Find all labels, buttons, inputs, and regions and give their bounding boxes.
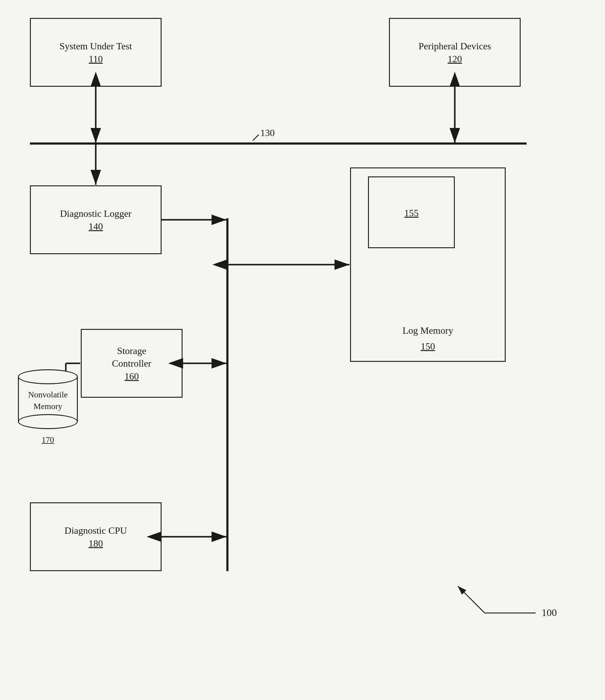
- peripheral-devices-label: Peripheral Devices: [418, 40, 491, 53]
- nvm-label: NonvolatileMemory: [28, 390, 68, 411]
- diagram: System Under Test 110 Peripheral Devices…: [0, 0, 605, 700]
- diagnostic-cpu-number: 180: [89, 538, 103, 549]
- system-under-test-number: 110: [89, 53, 103, 65]
- diagnostic-cpu-label: Diagnostic CPU: [65, 524, 127, 537]
- diagnostic-logger-box: Diagnostic Logger 140: [30, 185, 162, 254]
- log-memory-inner-number: 155: [404, 207, 418, 219]
- system-under-test-label: System Under Test: [59, 40, 132, 53]
- diagnostic-logger-label: Diagnostic Logger: [60, 207, 131, 220]
- storage-controller-number: 160: [124, 371, 139, 382]
- nonvolatile-memory-cylinder: NonvolatileMemory 170: [18, 368, 78, 428]
- diagnostic-cpu-box: Diagnostic CPU 180: [30, 502, 162, 571]
- storage-controller-box: Storage Controller 160: [81, 329, 183, 398]
- peripheral-devices-box: Peripheral Devices 120: [389, 18, 521, 87]
- nvm-number: 170: [42, 435, 54, 445]
- log-memory-number: 150: [351, 341, 505, 352]
- system-under-test-box: System Under Test 110: [30, 18, 162, 87]
- storage-controller-label: Storage Controller: [112, 345, 151, 370]
- ref-100-arrow: [458, 586, 485, 613]
- ref-100-label: 100: [541, 607, 557, 618]
- diagnostic-logger-number: 140: [89, 221, 103, 232]
- bus-tick: [253, 134, 259, 141]
- peripheral-devices-number: 120: [447, 53, 462, 65]
- log-memory-label: Log Memory: [351, 324, 505, 337]
- bus-label-130: 130: [260, 127, 275, 138]
- log-memory-inner-box: 155: [368, 176, 455, 248]
